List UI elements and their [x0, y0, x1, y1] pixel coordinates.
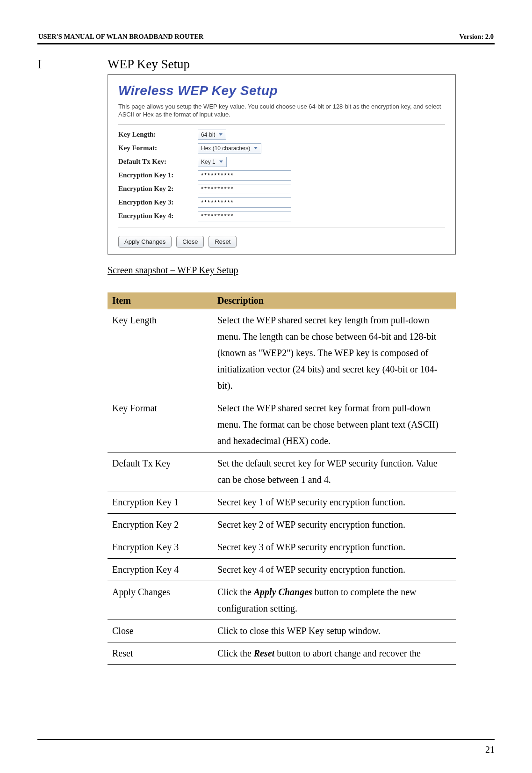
row-enc4: Encryption Key 4:	[118, 211, 445, 221]
section-letter: I	[37, 57, 108, 72]
chevron-down-icon	[217, 131, 224, 139]
table-header-row: Item Description	[108, 292, 456, 309]
select-key-format[interactable]: Hex (10 characters)	[198, 143, 261, 153]
table-row: Apply ChangesClick the Apply Changes but…	[108, 581, 456, 620]
close-button[interactable]: Close	[176, 236, 204, 248]
table-row: Encryption Key 4Secret key 4 of WEP secu…	[108, 558, 456, 581]
table-row: Encryption Key 3Secret key 3 of WEP secu…	[108, 536, 456, 558]
page-number: 21	[485, 744, 495, 755]
description-table: Item Description Key LengthSelect the WE…	[108, 292, 456, 665]
button-row: Apply Changes Close Reset	[118, 236, 445, 248]
desc-bold-italic: Apply Changes	[254, 587, 312, 597]
cell-desc: Secret key 4 of WEP security encryption …	[213, 558, 456, 581]
cell-desc: Click the Apply Changes button to comple…	[213, 581, 456, 620]
table-row: Key LengthSelect the WEP shared secret k…	[108, 309, 456, 397]
row-default-tx: Default Tx Key: Key 1	[118, 157, 445, 167]
cell-desc: Click to close this WEP Key setup window…	[213, 620, 456, 642]
cell-item: Encryption Key 3	[108, 536, 213, 558]
row-key-length: Key Length: 64-bit	[118, 130, 445, 140]
select-key-format-value: Hex (10 characters)	[201, 145, 250, 152]
input-enc3[interactable]	[198, 197, 291, 208]
screenshot-panel: Wireless WEP Key Setup This page allows …	[108, 74, 456, 255]
table-row: CloseClick to close this WEP Key setup w…	[108, 620, 456, 642]
section-heading: I WEP Key Setup	[37, 57, 495, 72]
screenshot-title: Wireless WEP Key Setup	[118, 83, 445, 98]
chevron-down-icon	[252, 145, 259, 152]
screenshot-divider-2	[118, 227, 445, 227]
desc-pre: Click the	[217, 648, 254, 658]
table-row: Encryption Key 2Secret key 2 of WEP secu…	[108, 513, 456, 536]
screenshot-divider	[118, 124, 445, 125]
label-enc2: Encryption Key 2:	[118, 185, 198, 193]
input-enc1[interactable]	[198, 170, 291, 181]
desc-pre: Click the	[217, 587, 254, 597]
reset-button[interactable]: Reset	[208, 236, 237, 248]
content: Wireless WEP Key Setup This page allows …	[108, 74, 495, 665]
page-header: USER'S MANUAL OF WLAN BROADBAND ROUTER V…	[37, 33, 495, 42]
cell-item: Key Length	[108, 309, 213, 397]
table-row: Default Tx KeySet the default secret key…	[108, 452, 456, 491]
cell-item: Encryption Key 2	[108, 513, 213, 536]
table-row: Key FormatSelect the WEP shared secret k…	[108, 397, 456, 452]
row-enc2: Encryption Key 2:	[118, 184, 445, 194]
table-row: Encryption Key 1Secret key 1 of WEP secu…	[108, 491, 456, 513]
cell-desc: Click the Reset button to abort change a…	[213, 642, 456, 664]
header-left: USER'S MANUAL OF WLAN BROADBAND ROUTER	[38, 33, 203, 41]
label-enc3: Encryption Key 3:	[118, 198, 198, 206]
desc-bold-italic: Reset	[254, 648, 274, 658]
section-title: WEP Key Setup	[108, 57, 190, 72]
page: USER'S MANUAL OF WLAN BROADBAND ROUTER V…	[0, 0, 532, 773]
cell-item: Apply Changes	[108, 581, 213, 620]
cell-item: Encryption Key 4	[108, 558, 213, 581]
label-enc1: Encryption Key 1:	[118, 171, 198, 179]
input-enc4[interactable]	[198, 211, 291, 221]
screenshot-description: This page allows you setup the WEP key v…	[118, 103, 445, 119]
cell-desc: Select the WEP shared secret key format …	[213, 397, 456, 452]
cell-item: Key Format	[108, 397, 213, 452]
cell-desc: Secret key 1 of WEP security encryption …	[213, 491, 456, 513]
input-enc2[interactable]	[198, 184, 291, 194]
row-enc3: Encryption Key 3:	[118, 197, 445, 208]
row-key-format: Key Format: Hex (10 characters)	[118, 143, 445, 153]
cell-desc: Select the WEP shared secret key length …	[213, 309, 456, 397]
cell-item: Encryption Key 1	[108, 491, 213, 513]
label-key-length: Key Length:	[118, 131, 198, 139]
select-default-tx[interactable]: Key 1	[198, 157, 227, 167]
header-rule	[37, 43, 495, 44]
row-enc1: Encryption Key 1:	[118, 170, 445, 181]
table-row: ResetClick the Reset button to abort cha…	[108, 642, 456, 664]
desc-post: button to abort change and recover the	[274, 648, 421, 658]
th-item: Item	[108, 292, 213, 309]
table-body: Key LengthSelect the WEP shared secret k…	[108, 309, 456, 664]
cell-item: Default Tx Key	[108, 452, 213, 491]
header-right: Version: 2.0	[459, 33, 494, 41]
apply-changes-button[interactable]: Apply Changes	[118, 236, 172, 248]
th-description: Description	[213, 292, 456, 309]
select-key-length-value: 64-bit	[201, 131, 215, 138]
label-key-format: Key Format:	[118, 144, 198, 152]
cell-item: Close	[108, 620, 213, 642]
cell-desc: Secret key 3 of WEP security encryption …	[213, 536, 456, 558]
cell-desc: Secret key 2 of WEP security encryption …	[213, 513, 456, 536]
label-enc4: Encryption Key 4:	[118, 212, 198, 220]
select-default-tx-value: Key 1	[201, 159, 216, 165]
select-key-length[interactable]: 64-bit	[198, 130, 226, 140]
label-default-tx: Default Tx Key:	[118, 158, 198, 166]
cell-item: Reset	[108, 642, 213, 664]
cell-desc: Set the default secret key for WEP secur…	[213, 452, 456, 491]
footer-rule	[37, 739, 495, 740]
chevron-down-icon	[217, 158, 225, 166]
screenshot-caption: Screen snapshot – WEP Key Setup	[108, 265, 495, 276]
